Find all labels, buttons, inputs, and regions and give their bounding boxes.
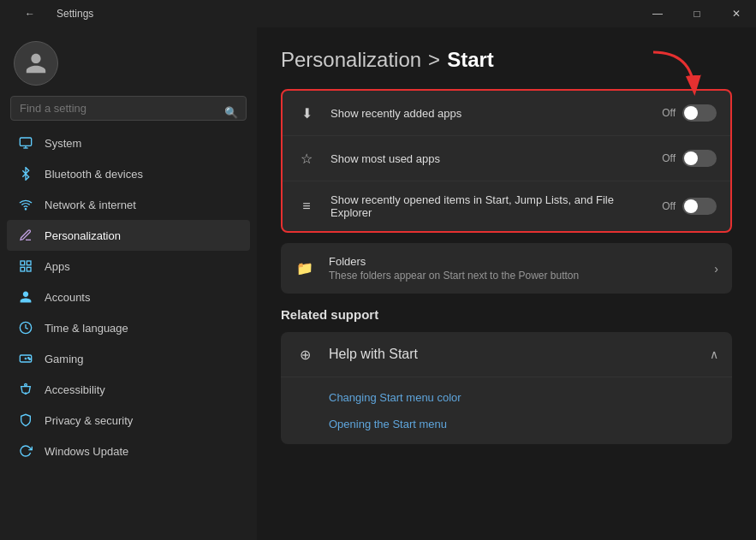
sidebar-item-accessibility[interactable]: Accessibility — [7, 374, 250, 405]
download-icon: ⬇ — [296, 103, 317, 123]
sidebar-item-label-accounts: Accounts — [45, 291, 90, 304]
support-card: ⊕ Help with Start ∧ Changing Start menu … — [281, 332, 732, 444]
related-support-title: Related support — [281, 307, 732, 322]
content-area: Personalization > Start ⬇ Show recently … — [257, 27, 756, 540]
most-used-toggle-label: Off — [662, 152, 676, 164]
update-icon — [17, 442, 34, 460]
minimize-button[interactable]: — — [638, 0, 677, 27]
sidebar-item-label-accessibility: Accessibility — [45, 383, 105, 396]
sidebar-item-label-gaming: Gaming — [45, 353, 84, 365]
main-settings-card: ⬇ Show recently added apps Off ☆ Show mo… — [281, 89, 732, 233]
star-icon: ☆ — [296, 148, 317, 169]
recent-items-toggle[interactable] — [682, 198, 717, 215]
nav-list: SystemBluetooth & devicesNetwork & inter… — [0, 128, 257, 466]
red-arrow — [645, 48, 705, 103]
recent-items-toggle-wrap: Off — [662, 198, 717, 215]
sidebar-item-update[interactable]: Windows Update — [7, 436, 250, 466]
folders-text: Folders These folders appear on Start ne… — [329, 255, 700, 282]
sidebar-item-label-update: Windows Update — [45, 445, 128, 458]
sidebar-item-label-system: System — [45, 137, 81, 150]
svg-rect-7 — [21, 267, 25, 271]
support-link-1[interactable]: Opening the Start menu — [329, 411, 718, 437]
sidebar-item-system[interactable]: System — [7, 128, 250, 158]
svg-rect-5 — [27, 261, 31, 265]
svg-rect-4 — [21, 261, 25, 265]
svg-point-13 — [29, 359, 30, 359]
sidebar-item-time[interactable]: Time & language — [7, 312, 250, 343]
help-with-start-header[interactable]: ⊕ Help with Start ∧ — [281, 332, 732, 377]
chevron-up-icon: ∧ — [710, 347, 718, 361]
sidebar: 🔍 SystemBluetooth & devicesNetwork & int… — [0, 27, 257, 540]
recently-added-toggle[interactable] — [682, 104, 717, 122]
apps-icon — [17, 258, 34, 275]
avatar — [14, 41, 58, 86]
system-icon — [17, 134, 34, 151]
network-icon — [17, 196, 34, 213]
list-icon: ≡ — [296, 196, 317, 217]
recent-items-title: Show recently opened items in Start, Jum… — [330, 193, 648, 219]
folders-row[interactable]: 📁 Folders These folders appear on Start … — [281, 243, 732, 294]
help-icon: ⊕ — [295, 344, 315, 365]
recent-items-row: ≡ Show recently opened items in Start, J… — [283, 181, 730, 231]
sidebar-item-label-bluetooth: Bluetooth & devices — [45, 168, 143, 181]
most-used-toggle-wrap: Off — [662, 150, 717, 167]
folders-card[interactable]: 📁 Folders These folders appear on Start … — [281, 243, 732, 294]
sidebar-item-label-time: Time & language — [45, 322, 128, 335]
recent-items-text: Show recently opened items in Start, Jum… — [330, 193, 648, 219]
support-links: Changing Start menu color Opening the St… — [281, 377, 732, 444]
app-title: Settings — [57, 8, 93, 20]
breadcrumb-current: Start — [447, 48, 494, 72]
accessibility-icon — [17, 381, 34, 398]
breadcrumb-separator: > — [428, 48, 440, 72]
most-used-text: Show most used apps — [330, 152, 648, 165]
bluetooth-icon — [17, 165, 34, 182]
accounts-icon — [17, 288, 34, 306]
sidebar-item-apps[interactable]: Apps — [7, 251, 250, 282]
chevron-right-icon: › — [714, 262, 718, 276]
svg-rect-6 — [27, 267, 31, 271]
time-icon — [17, 319, 34, 336]
recently-added-toggle-label: Off — [662, 107, 676, 119]
svg-point-3 — [25, 209, 26, 210]
search-icon: 🔍 — [224, 105, 238, 118]
main-layout: 🔍 SystemBluetooth & devicesNetwork & int… — [0, 27, 756, 540]
folders-subtitle: These folders appear on Start next to th… — [329, 270, 700, 282]
sidebar-item-bluetooth[interactable]: Bluetooth & devices — [7, 158, 250, 189]
recently-added-text: Show recently added apps — [330, 107, 648, 120]
help-title: Help with Start — [329, 347, 418, 362]
most-used-row: ☆ Show most used apps Off — [283, 136, 730, 181]
svg-rect-0 — [20, 138, 31, 145]
folders-title: Folders — [329, 255, 700, 268]
breadcrumb-parent: Personalization — [281, 48, 421, 72]
sidebar-item-accounts[interactable]: Accounts — [7, 282, 250, 312]
back-button[interactable]: ← — [10, 0, 50, 27]
gaming-icon — [17, 350, 34, 367]
sidebar-item-privacy[interactable]: Privacy & security — [7, 405, 250, 436]
titlebar-left: ← Settings — [10, 0, 93, 27]
search-input[interactable] — [10, 96, 247, 121]
sidebar-item-personalization[interactable]: Personalization — [7, 220, 250, 251]
svg-point-14 — [25, 383, 27, 386]
recent-items-toggle-label: Off — [662, 200, 676, 212]
titlebar: ← Settings — □ ✕ — [0, 0, 756, 27]
search-container: 🔍 — [0, 96, 257, 128]
folder-icon: 📁 — [295, 258, 315, 279]
sidebar-item-label-network: Network & internet — [45, 199, 136, 211]
privacy-icon — [17, 412, 34, 429]
titlebar-controls: — □ ✕ — [638, 0, 756, 27]
personalization-icon — [17, 227, 34, 244]
most-used-toggle[interactable] — [682, 150, 717, 167]
support-link-0[interactable]: Changing Start menu color — [329, 384, 718, 411]
most-used-title: Show most used apps — [330, 152, 648, 165]
sidebar-item-network[interactable]: Network & internet — [7, 189, 250, 220]
sidebar-item-label-apps: Apps — [45, 260, 70, 273]
maximize-button[interactable]: □ — [677, 0, 717, 27]
sidebar-item-label-personalization: Personalization — [45, 229, 121, 242]
close-button[interactable]: ✕ — [717, 0, 756, 27]
sidebar-item-gaming[interactable]: Gaming — [7, 343, 250, 374]
recently-added-toggle-wrap: Off — [662, 104, 717, 122]
user-section — [0, 27, 257, 96]
sidebar-item-label-privacy: Privacy & security — [45, 414, 133, 427]
recently-added-title: Show recently added apps — [330, 107, 648, 120]
